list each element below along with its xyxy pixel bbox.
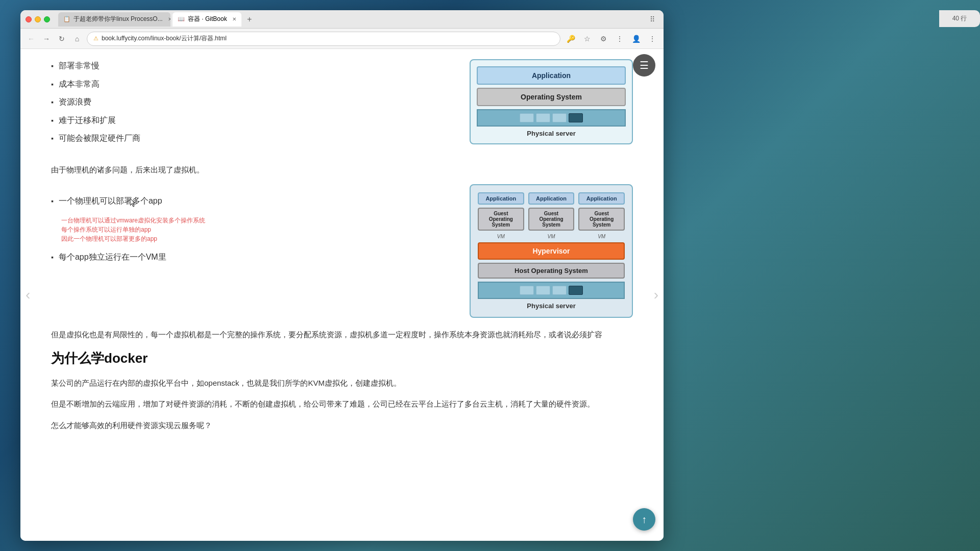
tab1-label: 于超老师带你学linux ProcessO... xyxy=(74,15,163,23)
hw-slot-3 xyxy=(552,113,567,122)
new-tab-button[interactable]: + xyxy=(243,13,256,26)
bullet-item-1: 部署非常慢 xyxy=(51,59,454,72)
bullet-item-2: 成本非常高 xyxy=(51,78,454,91)
settings-icon[interactable]: ⋮ xyxy=(614,33,626,45)
why-docker-para3: 怎么才能够高效的利用硬件资源实现云服务呢？ xyxy=(51,419,633,432)
vm-bullets-2: 每个app独立运行在一个VM里 xyxy=(51,251,454,264)
filter-icon[interactable]: ⚙ xyxy=(597,33,609,45)
traffic-lights xyxy=(26,16,50,22)
extensions-icon: ⠿ xyxy=(646,13,658,26)
vm-label-2: VM xyxy=(528,234,575,239)
vm-label-3: VM xyxy=(578,234,625,239)
vm-sub-notes: 一台物理机可以通过vmware虚拟化安装多个操作系统 每个操作系统可以运行单独的… xyxy=(61,216,454,243)
hw-slot-2 xyxy=(536,113,550,122)
hardware-layer xyxy=(477,109,626,127)
security-warning-icon: ⚠ xyxy=(93,35,99,42)
transition-paragraph: 由于物理机的诸多问题，后来出现了虚拟机。 xyxy=(51,163,633,177)
bullet-item-4: 难于迁移和扩展 xyxy=(51,114,454,127)
vm-hw-slot-1 xyxy=(520,286,534,295)
os-layer: Operating System xyxy=(477,88,626,106)
host-os-layer: Host Operating System xyxy=(478,263,625,279)
prev-page-button[interactable]: ‹ xyxy=(26,287,30,303)
top-section: 部署非常慢 成本非常高 资源浪费 难于迁移和扩展 可能会被限定硬件厂商 Appl… xyxy=(51,59,633,153)
tabs-bar: 📋 于超老师带你学linux ProcessO... ✕ 📖 容器 · GitB… xyxy=(58,12,642,27)
why-docker-para2: 但是不断增加的云端应用，增加了对硬件资源的消耗，不断的创建虚拟机，给公司带来了难… xyxy=(51,397,633,411)
back-button[interactable]: ← xyxy=(26,33,37,44)
tab-1[interactable]: 📋 于超老师带你学linux ProcessO... ✕ xyxy=(58,12,170,27)
vm-bullet-2: 每个app独立运行在一个VM里 xyxy=(51,251,454,264)
address-text: book.luffycity.com/linux-book/云计算/容器.htm… xyxy=(102,34,554,43)
tab1-close-button[interactable]: ✕ xyxy=(168,16,170,22)
vm-guest-2: GuestOperatingSystem xyxy=(528,208,575,231)
page-content[interactable]: ☰ 部署非常慢 成本非常高 资源浪费 难于迁移和扩展 可能会被限定硬件厂商 Ap… xyxy=(20,49,664,541)
vm-bullets: 一个物理机可以部署多个app xyxy=(51,194,454,208)
floating-menu-button[interactable]: ☰ xyxy=(633,54,655,77)
vm-diagram-box: Application Application Application Gues… xyxy=(470,184,633,318)
vm-bullet-1: 一个物理机可以部署多个app xyxy=(51,194,454,208)
right-panel: 40 行 xyxy=(939,10,980,27)
vm-app-1: Application xyxy=(478,192,524,205)
vm-section: 一个物理机可以部署多个app 一台物理机可以通过vmware虚拟化安装多个操作系… xyxy=(51,184,633,318)
why-docker-para1: 某公司的产品运行在内部的虚拟化平台中，如openstack，也就是我们所学的KV… xyxy=(51,377,633,390)
vm-app-2: Application xyxy=(528,192,575,205)
application-layer: Application xyxy=(477,66,626,85)
vm-bullets-section: 一个物理机可以部署多个app 一台物理机可以通过vmware虚拟化安装多个操作系… xyxy=(51,184,454,271)
minimize-window-button[interactable] xyxy=(35,16,41,22)
tab1-favicon: 📋 xyxy=(63,16,70,22)
vm-apps-row: Application Application Application xyxy=(478,192,625,205)
hypervisor-layer: Hypervisor xyxy=(478,242,625,260)
maximize-window-button[interactable] xyxy=(44,16,50,22)
browser-window: 📋 于超老师带你学linux ProcessO... ✕ 📖 容器 · GitB… xyxy=(20,10,664,541)
vm-labels-row: VM VM VM xyxy=(478,234,625,239)
vm-diagram: Application Application Application Gues… xyxy=(470,184,633,318)
key-icon[interactable]: 🔑 xyxy=(565,33,577,45)
close-window-button[interactable] xyxy=(26,16,32,22)
why-docker-title: 为什么学docker xyxy=(51,349,633,367)
physical-server-diagram: Application Operating System Physical se… xyxy=(470,59,633,144)
address-bar: ← → ↻ ⌂ ⚠ book.luffycity.com/linux-book/… xyxy=(20,29,664,49)
next-page-button[interactable]: › xyxy=(654,287,658,303)
vm-guest-1: GuestOperatingSystem xyxy=(478,208,524,231)
bullet-item-3: 资源浪费 xyxy=(51,95,454,109)
forward-button[interactable]: → xyxy=(41,33,52,44)
bookmark-icon[interactable]: ☆ xyxy=(581,33,593,45)
more-icon[interactable]: ⋮ xyxy=(646,33,658,45)
vm-physical-label: Physical server xyxy=(478,302,625,310)
vm-hw-slot-4 xyxy=(569,286,583,295)
tab-2[interactable]: 📖 容器 · GitBook ✕ xyxy=(173,12,241,27)
toolbar-icons: 🔑 ☆ ⚙ ⋮ 👤 ⋮ xyxy=(565,33,658,45)
tab2-label: 容器 · GitBook xyxy=(188,15,227,23)
scroll-to-top-button[interactable]: ↑ xyxy=(633,508,655,531)
problem-bullets: 部署非常慢 成本非常高 资源浪费 难于迁移和扩展 可能会被限定硬件厂商 xyxy=(51,59,454,145)
refresh-button[interactable]: ↻ xyxy=(56,33,67,44)
line-count: 40 行 xyxy=(952,15,967,22)
bullet-item-5: 可能会被限定硬件厂商 xyxy=(51,132,454,145)
hw-slot-1 xyxy=(520,113,534,122)
profile-icon[interactable]: 👤 xyxy=(630,33,642,45)
address-field[interactable]: ⚠ book.luffycity.com/linux-book/云计算/容器.h… xyxy=(87,32,560,46)
vm-hw-slot-2 xyxy=(536,286,550,295)
physical-server-label: Physical server xyxy=(477,130,626,137)
vm-limitation-paragraph: 但是虚拟化也是有局限性的，每一个虚拟机都是一个完整的操作系统，要分配系统资源，虚… xyxy=(51,328,633,341)
hw-slot-4 xyxy=(569,113,583,122)
vm-app-3: Application xyxy=(578,192,625,205)
vm-hardware-layer xyxy=(478,282,625,299)
vm-label-1: VM xyxy=(478,234,524,239)
vm-hw-slot-3 xyxy=(552,286,567,295)
server-diagram-box: Application Operating System Physical se… xyxy=(470,59,633,144)
title-bar: 📋 于超老师带你学linux ProcessO... ✕ 📖 容器 · GitB… xyxy=(20,10,664,29)
vm-guest-os-row: GuestOperatingSystem GuestOperatingSyste… xyxy=(478,208,625,231)
bullets-section: 部署非常慢 成本非常高 资源浪费 难于迁移和扩展 可能会被限定硬件厂商 xyxy=(51,59,454,153)
vm-guest-3: GuestOperatingSystem xyxy=(578,208,625,231)
home-button[interactable]: ⌂ xyxy=(71,33,83,44)
tab2-favicon: 📖 xyxy=(178,16,185,22)
tab2-close-button[interactable]: ✕ xyxy=(232,16,236,22)
